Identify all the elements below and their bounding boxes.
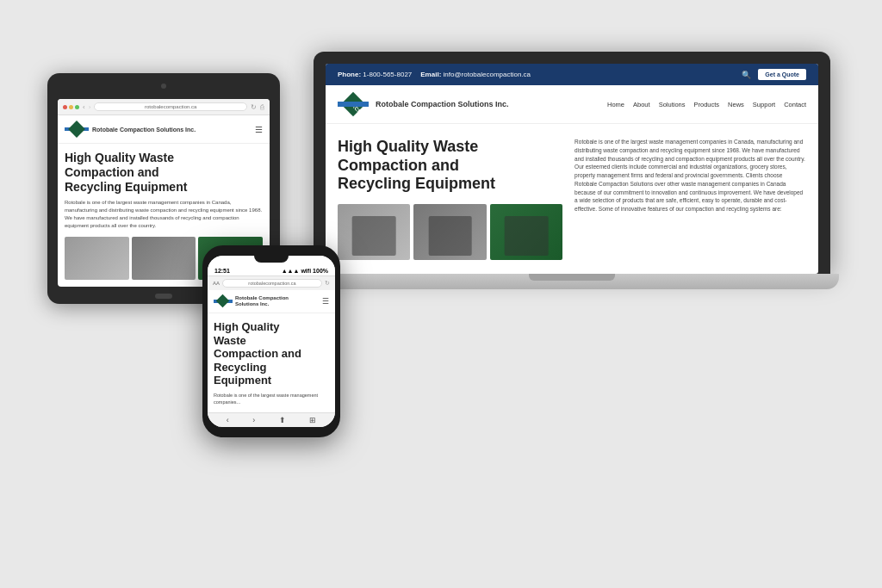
phone-device: 12:51 ▲▲▲ wifi 100% AA rotobalecompactio… xyxy=(202,245,340,437)
nav-about[interactable]: About xyxy=(633,101,650,108)
logo-area: RCS Rotobale Compaction Solutions Inc. xyxy=(338,92,509,116)
tablet-browser-bar: ‹ › rotobalecompaction.ca ↻ ⎙ xyxy=(58,99,270,115)
hero-image-2 xyxy=(413,204,486,260)
phone-share-button[interactable]: ⬆ xyxy=(279,416,286,424)
laptop-screen-outer: Phone: 1-800-565-8027 Email: info@rotoba… xyxy=(314,52,830,274)
laptop-notch xyxy=(529,274,615,281)
hero-image-1 xyxy=(338,204,410,260)
nav-home[interactable]: Home xyxy=(607,101,624,108)
minimize-dot[interactable] xyxy=(69,105,73,109)
tablet-hero-text: Rotobale is one of the largest waste man… xyxy=(65,199,263,230)
phone-company-name: Rotobale Compaction Solutions Inc. xyxy=(235,295,295,307)
signal-icon: ▲▲▲ xyxy=(282,268,300,274)
phone-hero-text: Rotobale is one of the largest waste man… xyxy=(214,392,329,406)
phone-screen: 12:51 ▲▲▲ wifi 100% AA rotobalecompactio… xyxy=(208,256,335,427)
main-scene: Phone: 1-800-565-8027 Email: info@rotoba… xyxy=(0,0,882,588)
phone-hero: High Quality Waste Compaction and Recycl… xyxy=(208,313,335,412)
site-header: RCS Rotobale Compaction Solutions Inc. H… xyxy=(326,85,818,124)
nav-products[interactable]: Products xyxy=(693,101,719,108)
nav-support[interactable]: Support xyxy=(753,101,775,108)
nav-news[interactable]: News xyxy=(728,101,744,108)
machinery-shape-2 xyxy=(428,216,472,256)
phone-bookmarks-button[interactable]: ⊞ xyxy=(309,416,316,424)
phone-url-bar[interactable]: rotobalecompaction.ca xyxy=(222,279,322,288)
phone-notch xyxy=(254,254,289,263)
tablet-company-name: Rotobale Compaction Solutions Inc. xyxy=(92,127,196,133)
battery-icon: 100% xyxy=(313,268,328,274)
phone-rcs-logo xyxy=(214,294,233,309)
phone-refresh-icon[interactable]: ↻ xyxy=(325,280,330,287)
phone-forward-button[interactable]: › xyxy=(252,416,255,424)
tablet-hamburger-menu[interactable]: ☰ xyxy=(255,125,263,134)
hero-right: Rotobale is one of the largest waste man… xyxy=(575,138,806,260)
tablet-site-header: Rotobale Compaction Solutions Inc. ☰ xyxy=(58,115,270,144)
phone-browser-bar: AA rotobalecompaction.ca ↻ xyxy=(208,275,335,290)
tablet-image-2 xyxy=(132,237,196,280)
email-label: Email: info@rotobalecompaction.ca xyxy=(420,71,531,78)
phone-time: 12:51 xyxy=(214,268,230,274)
machinery-shape-1 xyxy=(352,216,396,256)
nav-solutions[interactable]: Solutions xyxy=(659,101,686,108)
hero-image-3 xyxy=(490,204,562,260)
phone-label: Phone: 1-800-565-8027 xyxy=(338,71,412,78)
site-topbar: Phone: 1-800-565-8027 Email: info@rotoba… xyxy=(326,64,818,85)
phone-hamburger-menu[interactable]: ☰ xyxy=(322,297,329,306)
browser-traffic-lights xyxy=(63,105,79,109)
close-dot[interactable] xyxy=(63,105,67,109)
forward-button[interactable]: › xyxy=(89,103,91,111)
nav-contact[interactable]: Contact xyxy=(784,101,806,108)
phone-logo-area: Rotobale Compaction Solutions Inc. xyxy=(214,294,295,309)
company-name: Rotobale Compaction Solutions Inc. xyxy=(376,100,509,108)
tablet-logo-diamond xyxy=(68,121,85,138)
phone-outer: 12:51 ▲▲▲ wifi 100% AA rotobalecompactio… xyxy=(202,245,340,437)
tablet-camera xyxy=(161,84,166,89)
main-nav: Home About Solutions Products News Suppo… xyxy=(607,101,806,108)
refresh-icon[interactable]: ↻ xyxy=(251,103,257,111)
phone-bottom-nav: ‹ › ⬆ ⊞ xyxy=(208,412,335,427)
hero-left: High Quality Waste Compaction and Recycl… xyxy=(338,138,562,260)
get-quote-button[interactable]: Get a Quote xyxy=(758,69,806,80)
phone-site-header: Rotobale Compaction Solutions Inc. ☰ xyxy=(208,290,335,313)
hero-title: High Quality Waste Compaction and Recycl… xyxy=(338,138,562,194)
hero-images xyxy=(338,204,562,260)
phone-status-icons: ▲▲▲ wifi 100% xyxy=(282,268,328,274)
search-icon[interactable]: 🔍 xyxy=(742,71,751,79)
share-icon[interactable]: ⎙ xyxy=(260,103,264,111)
tablet-home-button[interactable] xyxy=(155,294,172,299)
topbar-left: Phone: 1-800-565-8027 Email: info@rotoba… xyxy=(338,71,531,78)
tablet-rcs-logo xyxy=(65,120,89,139)
site-hero: High Quality Waste Compaction and Recycl… xyxy=(326,124,818,274)
topbar-right: 🔍 Get a Quote xyxy=(742,69,806,80)
tablet-logo-area: Rotobale Compaction Solutions Inc. xyxy=(65,120,196,139)
phone-back-button[interactable]: ‹ xyxy=(227,416,229,424)
wifi-icon: wifi xyxy=(301,268,311,274)
rcs-logo: RCS xyxy=(338,92,369,116)
tablet-image-1 xyxy=(65,237,129,280)
laptop-device: Phone: 1-800-565-8027 Email: info@rotoba… xyxy=(314,52,830,289)
tablet-hero-title: High Quality Waste Compaction and Recycl… xyxy=(65,151,263,194)
maximize-dot[interactable] xyxy=(75,105,79,109)
phone-hero-title: High Quality Waste Compaction and Recycl… xyxy=(214,320,329,387)
laptop-screen-inner: Phone: 1-800-565-8027 Email: info@rotoba… xyxy=(326,64,818,274)
machinery-shape-3 xyxy=(505,216,549,256)
logo-bar xyxy=(338,102,369,107)
laptop-base xyxy=(305,274,839,289)
back-button[interactable]: ‹ xyxy=(83,103,85,111)
tablet-url-bar[interactable]: rotobalecompaction.ca xyxy=(94,102,247,111)
phone-aa-label: AA xyxy=(213,281,220,286)
phone-logo-diamond xyxy=(216,294,230,308)
